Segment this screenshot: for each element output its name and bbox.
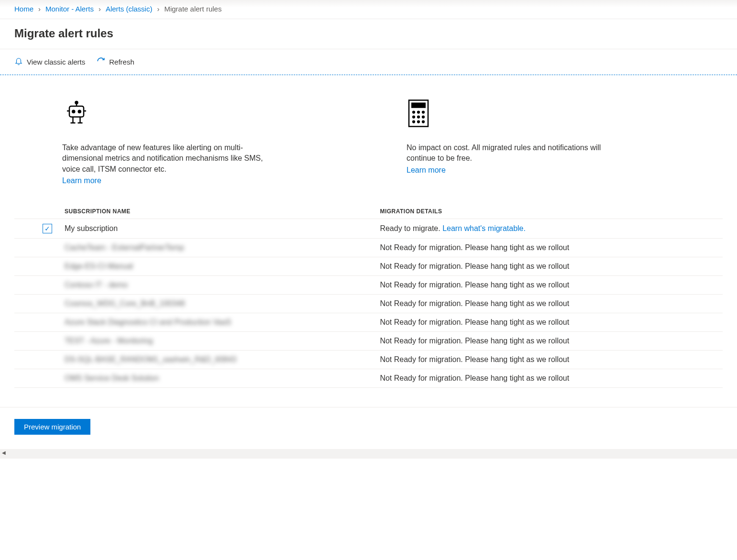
- command-label: Refresh: [109, 58, 134, 66]
- row-checkbox-cell: [14, 369, 62, 388]
- row-checkbox-cell: [14, 276, 62, 295]
- row-checkbox-cell: [14, 313, 62, 332]
- info-card-cost: No impact on cost. All migrated rules an…: [407, 99, 607, 185]
- subscription-name: Edge-ES-CI-Manual: [62, 257, 375, 276]
- svg-point-13: [413, 111, 415, 113]
- col-header-subscription[interactable]: SUBSCRIPTION NAME: [62, 204, 375, 219]
- migration-details: Not Ready for migration. Please hang tig…: [375, 239, 723, 257]
- col-header-check: [14, 204, 62, 219]
- table-row[interactable]: ✓My subscriptionReady to migrate. Learn …: [14, 219, 723, 239]
- bottom-bar: Preview migration: [0, 407, 737, 449]
- table-row[interactable]: OMS Service Desk SolutionNot Ready for m…: [14, 369, 723, 388]
- chevron-right-icon: ›: [157, 5, 159, 13]
- migration-details: Not Ready for migration. Please hang tig…: [375, 332, 723, 351]
- svg-rect-2: [69, 106, 84, 117]
- subscription-name: DS-SQL-BASE_RANDOM1_sashwin_R&D_60843: [62, 351, 375, 369]
- svg-point-16: [413, 116, 415, 118]
- command-bar: View classic alerts Refresh: [0, 49, 737, 75]
- svg-rect-12: [412, 103, 425, 108]
- info-card-features: Take advantage of new features like aler…: [62, 99, 263, 185]
- svg-point-21: [422, 121, 424, 123]
- subscription-name: Cosmos_WDG_Core_BnB_100348: [62, 295, 375, 313]
- info-features-text: Take advantage of new features like aler…: [62, 143, 263, 175]
- migration-details: Not Ready for migration. Please hang tig…: [375, 369, 723, 388]
- col-header-details[interactable]: MIGRATION DETAILS: [375, 204, 723, 219]
- migration-details: Not Ready for migration. Please hang tig…: [375, 276, 723, 295]
- row-checkbox-cell: [14, 239, 62, 257]
- chevron-right-icon: ›: [99, 5, 101, 13]
- subscriptions-table-wrap: SUBSCRIPTION NAME MIGRATION DETAILS ✓My …: [14, 204, 723, 407]
- bell-icon: [14, 57, 23, 67]
- svg-point-14: [418, 111, 419, 113]
- subscription-name: TEST - Azure - Monitoring: [62, 332, 375, 351]
- page-title: Migrate alert rules: [0, 19, 737, 49]
- calculator-icon: [407, 99, 607, 129]
- chevron-right-icon: ›: [38, 5, 41, 13]
- breadcrumb-monitor[interactable]: Monitor - Alerts: [45, 5, 94, 13]
- info-features-link[interactable]: Learn more: [62, 176, 101, 185]
- table-row[interactable]: Azure Stack Diagnostics CI and Productio…: [14, 313, 723, 332]
- command-label: View classic alerts: [27, 58, 85, 66]
- migration-details: Not Ready for migration. Please hang tig…: [375, 351, 723, 369]
- learn-migratable-link[interactable]: Learn what's migratable.: [442, 224, 526, 232]
- svg-point-18: [422, 116, 424, 118]
- info-cost-text: No impact on cost. All migrated rules an…: [407, 143, 607, 164]
- row-checkbox-cell: [14, 257, 62, 276]
- table-row[interactable]: Contoso IT - demoNot Ready for migration…: [14, 276, 723, 295]
- svg-point-4: [78, 110, 81, 113]
- caret-left-icon[interactable]: ◀: [2, 450, 6, 455]
- info-cards: Take advantage of new features like aler…: [14, 75, 723, 204]
- row-checkbox-cell: [14, 351, 62, 369]
- svg-point-3: [72, 110, 75, 113]
- migration-details: Not Ready for migration. Please hang tig…: [375, 257, 723, 276]
- breadcrumb-current: Migrate alert rules: [164, 5, 221, 13]
- subscription-name: Azure Stack Diagnostics CI and Productio…: [62, 313, 375, 332]
- subscriptions-table: SUBSCRIPTION NAME MIGRATION DETAILS ✓My …: [14, 204, 723, 388]
- row-checkbox-cell: [14, 332, 62, 351]
- subscription-name: CacheTeam - ExternalPartnerTemp: [62, 239, 375, 257]
- view-classic-alerts-button[interactable]: View classic alerts: [14, 55, 85, 69]
- svg-point-20: [418, 121, 419, 123]
- info-cost-link[interactable]: Learn more: [407, 166, 446, 174]
- robot-icon: [62, 99, 263, 129]
- ready-text: Ready to migrate.: [380, 224, 442, 232]
- subscription-name: My subscription: [62, 219, 375, 239]
- svg-point-17: [418, 116, 419, 118]
- migration-details: Not Ready for migration. Please hang tig…: [375, 295, 723, 313]
- preview-migration-button[interactable]: Preview migration: [14, 419, 90, 435]
- table-row[interactable]: Edge-ES-CI-ManualNot Ready for migration…: [14, 257, 723, 276]
- subscription-name: Contoso IT - demo: [62, 276, 375, 295]
- table-row[interactable]: Cosmos_WDG_Core_BnB_100348Not Ready for …: [14, 295, 723, 313]
- table-row[interactable]: CacheTeam - ExternalPartnerTempNot Ready…: [14, 239, 723, 257]
- subscription-name: OMS Service Desk Solution: [62, 369, 375, 388]
- refresh-icon: [97, 57, 105, 67]
- migration-details: Not Ready for migration. Please hang tig…: [375, 313, 723, 332]
- row-checkbox-cell: [14, 295, 62, 313]
- footer-strip: ◀: [0, 449, 737, 459]
- svg-point-19: [413, 121, 415, 123]
- svg-point-0: [76, 101, 78, 104]
- table-row[interactable]: TEST - Azure - MonitoringNot Ready for m…: [14, 332, 723, 351]
- row-checkbox-cell: ✓: [14, 219, 62, 239]
- refresh-button[interactable]: Refresh: [97, 55, 134, 69]
- table-row[interactable]: DS-SQL-BASE_RANDOM1_sashwin_R&D_60843Not…: [14, 351, 723, 369]
- breadcrumb-home[interactable]: Home: [14, 5, 33, 13]
- breadcrumb: Home › Monitor - Alerts › Alerts (classi…: [0, 0, 737, 19]
- breadcrumb-classic[interactable]: Alerts (classic): [106, 5, 153, 13]
- migration-details: Ready to migrate. Learn what's migratabl…: [375, 219, 723, 239]
- checkbox-checked-icon[interactable]: ✓: [43, 224, 52, 233]
- svg-point-15: [422, 111, 424, 113]
